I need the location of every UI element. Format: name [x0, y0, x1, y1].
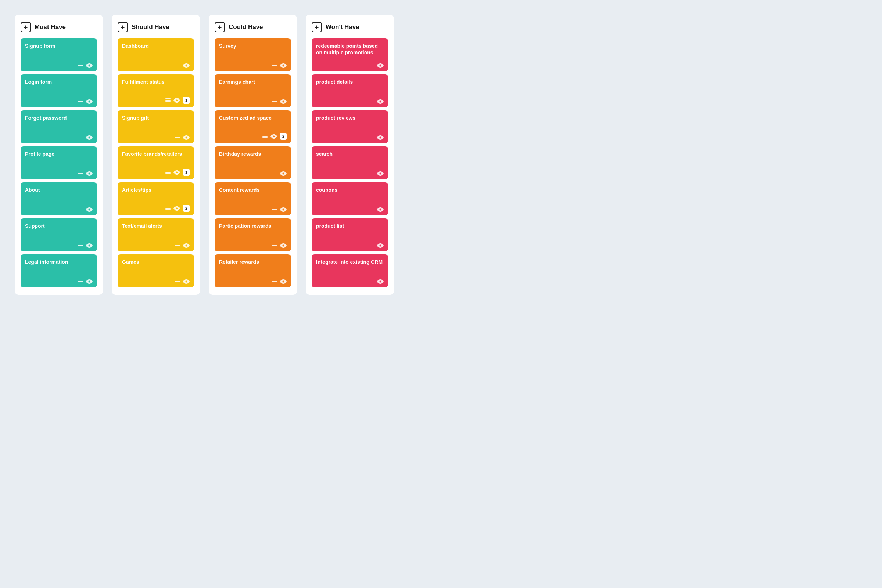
card-badge: 1 [183, 97, 190, 104]
card-content-rewards[interactable]: Content rewards [214, 182, 291, 215]
card-title-coupons: coupons [316, 187, 384, 193]
card-title-fulfillment-status: Fulfillment status [122, 79, 190, 85]
card-title-about: About [25, 187, 93, 193]
column-could-have: +Could HaveSurvey Earnings chart Customi… [209, 15, 297, 295]
card-footer-about [25, 207, 93, 212]
svg-point-15 [283, 101, 285, 102]
svg-point-20 [283, 281, 285, 283]
svg-point-7 [186, 64, 188, 66]
eye-icon [377, 135, 384, 140]
column-title-must-have: Must Have [34, 24, 66, 31]
card-footer-text-email-alerts [122, 243, 190, 248]
card-earnings-chart[interactable]: Earnings chart [214, 74, 291, 107]
eye-icon [377, 243, 384, 248]
card-footer-participation-rewards [219, 243, 286, 248]
svg-point-16 [273, 136, 275, 138]
card-title-product-reviews: product reviews [316, 115, 384, 121]
svg-point-6 [88, 281, 90, 283]
card-signup-gift[interactable]: Signup gift [118, 110, 194, 143]
card-signup-form[interactable]: Signup form [21, 38, 97, 71]
card-product-reviews[interactable]: product reviews [312, 110, 388, 143]
card-title-content-rewards: Content rewards [219, 187, 286, 193]
card-dashboard[interactable]: Dashboard [118, 38, 194, 71]
card-integrate-crm[interactable]: Integrate into existing CRM [312, 254, 388, 287]
cards-list-should-have: Dashboard Fulfillment status 1Signup gif… [118, 38, 194, 287]
svg-point-26 [380, 245, 381, 247]
column-header-could-have: +Could Have [214, 22, 291, 32]
card-title-search: search [316, 151, 384, 157]
svg-point-3 [88, 173, 90, 175]
eye-icon [377, 207, 384, 212]
eye-icon [183, 243, 190, 248]
card-articles-tips[interactable]: Articles/tips 2 [118, 182, 194, 215]
eye-icon [174, 206, 180, 211]
eye-icon [183, 135, 190, 140]
eye-icon [270, 134, 277, 138]
card-title-text-email-alerts: Text/email alerts [122, 223, 190, 230]
card-birthday-rewards[interactable]: Birthday rewards [214, 146, 291, 179]
card-participation-rewards[interactable]: Participation rewards [214, 218, 291, 251]
card-redeemable-points[interactable]: redeemable points based on multiple prom… [312, 38, 388, 71]
add-card-button-must-have[interactable]: + [21, 22, 31, 32]
card-retailer-rewards[interactable]: Retailer rewards [214, 254, 291, 287]
card-footer-product-reviews [316, 135, 384, 140]
svg-point-9 [186, 137, 188, 138]
card-product-list[interactable]: product list [312, 218, 388, 251]
card-title-login-form: Login form [25, 79, 93, 85]
eye-icon [377, 171, 384, 176]
card-title-integrate-crm: Integrate into existing CRM [316, 259, 384, 266]
card-search[interactable]: search [312, 146, 388, 179]
card-title-earnings-chart: Earnings chart [219, 79, 286, 85]
card-title-legal-information: Legal information [25, 259, 93, 266]
svg-point-11 [176, 208, 178, 210]
card-forgot-password[interactable]: Forgot password [21, 110, 97, 143]
card-fulfillment-status[interactable]: Fulfillment status 1 [118, 74, 194, 107]
lines-icon [78, 172, 83, 175]
card-legal-information[interactable]: Legal information [21, 254, 97, 287]
eye-icon [280, 99, 286, 104]
card-coupons[interactable]: coupons [312, 182, 388, 215]
card-footer-signup-form [25, 63, 93, 68]
cards-list-must-have: Signup form Login form Forgot password P… [21, 38, 97, 287]
card-footer-profile-page [25, 171, 93, 176]
add-card-button-could-have[interactable]: + [214, 22, 225, 32]
card-games[interactable]: Games [118, 254, 194, 287]
svg-point-21 [380, 64, 381, 66]
card-footer-search [316, 171, 384, 176]
svg-point-8 [176, 100, 178, 101]
card-footer-earnings-chart [219, 99, 286, 104]
card-badge: 2 [280, 133, 286, 140]
column-wont-have: +Won't Haveredeemable points based on mu… [306, 15, 394, 295]
card-support[interactable]: Support [21, 218, 97, 251]
card-survey[interactable]: Survey [214, 38, 291, 71]
card-title-dashboard: Dashboard [122, 43, 190, 49]
eye-icon [377, 99, 384, 104]
card-product-details[interactable]: product details [312, 74, 388, 107]
card-footer-coupons [316, 207, 384, 212]
card-title-redeemable-points: redeemable points based on multiple prom… [316, 43, 384, 56]
column-header-should-have: +Should Have [118, 22, 194, 32]
svg-point-4 [88, 209, 90, 211]
lines-icon [78, 280, 83, 284]
eye-icon [174, 98, 180, 102]
card-title-signup-gift: Signup gift [122, 115, 190, 121]
card-footer-product-details [316, 99, 384, 104]
card-customized-ad-space[interactable]: Customized ad space 2 [214, 110, 291, 143]
card-footer-birthday-rewards [219, 171, 286, 176]
add-card-button-should-have[interactable]: + [118, 22, 128, 32]
card-badge: 1 [183, 169, 190, 176]
card-login-form[interactable]: Login form [21, 74, 97, 107]
eye-icon [86, 63, 93, 68]
card-text-email-alerts[interactable]: Text/email alerts [118, 218, 194, 251]
svg-point-25 [380, 209, 381, 211]
card-about[interactable]: About [21, 182, 97, 215]
card-title-games: Games [122, 259, 190, 266]
card-title-retailer-rewards: Retailer rewards [219, 259, 286, 266]
card-title-birthday-rewards: Birthday rewards [219, 151, 286, 157]
lines-icon [165, 99, 171, 102]
card-favorite-brands[interactable]: Favorite brands/retailers 1 [118, 146, 194, 179]
card-footer-product-list [316, 243, 384, 248]
card-title-participation-rewards: Participation rewards [219, 223, 286, 230]
card-profile-page[interactable]: Profile page [21, 146, 97, 179]
add-card-button-wont-have[interactable]: + [312, 22, 322, 32]
